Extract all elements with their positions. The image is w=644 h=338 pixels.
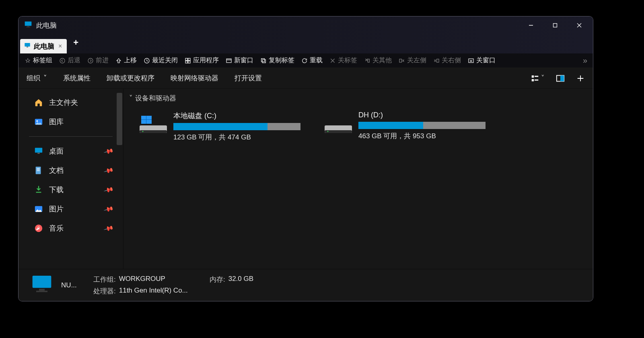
- duplicate-tab-button[interactable]: 复制标签: [257, 55, 297, 66]
- svg-rect-16: [226, 59, 231, 62]
- svg-rect-14: [185, 61, 187, 63]
- close-button[interactable]: [567, 16, 591, 34]
- sidebar-item-documents[interactable]: 文档 📌: [19, 161, 123, 180]
- status-cpu-label: 处理器:: [93, 287, 116, 296]
- open-settings-button[interactable]: 打开设置: [235, 74, 262, 83]
- svg-rect-18: [262, 59, 265, 63]
- close-right-icon: [433, 57, 440, 64]
- gallery-icon: [34, 117, 43, 127]
- sidebar-item-home[interactable]: 主文件夹: [19, 93, 123, 112]
- forward-button[interactable]: 前进: [84, 55, 111, 66]
- view-mode-button[interactable]: ˅: [531, 74, 545, 83]
- drive-item[interactable]: 本地磁盘 (C:) 123 GB 可用，共 474 GB: [137, 109, 306, 143]
- chevron-down-icon: ˅: [43, 74, 47, 82]
- pictures-icon: [34, 204, 43, 214]
- svg-rect-44: [35, 148, 42, 153]
- svg-rect-24: [368, 59, 369, 62]
- downloads-icon: [34, 185, 43, 195]
- svg-rect-37: [535, 79, 538, 80]
- hdd-icon: [139, 111, 168, 134]
- tab-thispc[interactable]: 此电脑 ×: [20, 39, 67, 53]
- status-workgroup-label: 工作组:: [93, 275, 116, 284]
- window-controls: [519, 16, 591, 34]
- bookmark-group-button[interactable]: ☆标签组: [22, 55, 55, 66]
- new-tab-button[interactable]: +: [69, 36, 82, 49]
- chevron-down-icon: ˅: [541, 74, 545, 82]
- close-icon[interactable]: ×: [58, 43, 63, 50]
- svg-rect-19: [261, 58, 265, 61]
- new-window-button[interactable]: 新窗口: [223, 55, 256, 66]
- up-icon: [115, 57, 122, 64]
- close-left-button[interactable]: 关左侧: [396, 55, 429, 66]
- svg-point-61: [142, 131, 143, 132]
- back-icon: [59, 57, 66, 64]
- drive-name: DH (D:): [358, 111, 490, 119]
- window-icon: [225, 57, 232, 64]
- svg-rect-57: [146, 120, 152, 124]
- pin-icon: 📌: [103, 184, 114, 195]
- svg-rect-47: [37, 168, 39, 169]
- tab-bar: 此电脑 × +: [19, 34, 593, 53]
- maximize-button[interactable]: [543, 16, 567, 34]
- close-left-icon: [398, 57, 405, 64]
- toolbar-overflow-button[interactable]: »: [580, 56, 590, 65]
- back-button[interactable]: 后退: [56, 55, 83, 66]
- section-devices-drives[interactable]: ˅ 设备和驱动器: [129, 94, 586, 103]
- svg-rect-4: [553, 24, 557, 27]
- plus-icon: [576, 74, 585, 83]
- up-button[interactable]: 上移: [113, 55, 139, 66]
- status-workgroup-value: WORKGROUP: [119, 275, 165, 284]
- navigation-sidebar: 主文件夹 图库 桌面 📌 文档 📌 下载 📌: [19, 89, 123, 269]
- system-properties-button[interactable]: 系统属性: [63, 74, 91, 83]
- sidebar-item-desktop[interactable]: 桌面 📌: [19, 141, 123, 161]
- reload-button[interactable]: 重载: [298, 55, 325, 66]
- sidebar-scrollbar[interactable]: [117, 93, 122, 145]
- sidebar-item-downloads[interactable]: 下载 📌: [19, 180, 123, 199]
- minimize-button[interactable]: [519, 16, 543, 34]
- svg-rect-67: [39, 289, 45, 291]
- monitor-icon: [24, 42, 31, 51]
- drive-usage-bar: [173, 123, 300, 130]
- close-other-button[interactable]: 关其他: [361, 55, 394, 66]
- sidebar-item-music[interactable]: 音乐 📌: [19, 219, 123, 238]
- status-cpu-value: 11th Gen Intel(R) Co...: [119, 287, 188, 296]
- sidebar-item-pictures[interactable]: 图片 📌: [19, 199, 123, 219]
- svg-rect-1: [27, 26, 29, 27]
- chevron-down-icon: ˅: [129, 94, 133, 102]
- close-window-button[interactable]: 关窗口: [465, 55, 498, 66]
- drives-list: 本地磁盘 (C:) 123 GB 可用，共 474 GB DH (D:) 463…: [137, 109, 586, 143]
- apps-button[interactable]: 应用程序: [182, 55, 221, 66]
- add-button[interactable]: [576, 74, 585, 83]
- monitor-icon: [31, 273, 53, 297]
- svg-rect-36: [535, 76, 538, 77]
- map-drive-button[interactable]: 映射网络驱动器: [171, 74, 218, 83]
- svg-rect-12: [185, 58, 187, 60]
- music-icon: [34, 223, 43, 233]
- close-right-button[interactable]: 关右侧: [430, 55, 463, 66]
- documents-icon: [34, 166, 43, 175]
- drive-item[interactable]: DH (D:) 463 GB 可用，共 953 GB: [322, 109, 491, 143]
- divider: [29, 136, 113, 137]
- drive-status: 123 GB 可用，共 474 GB: [173, 133, 305, 142]
- svg-rect-55: [146, 116, 152, 119]
- preview-pane-button[interactable]: [556, 74, 565, 83]
- list-view-icon: [531, 74, 539, 83]
- home-icon: [34, 98, 43, 107]
- desktop-icon: [34, 146, 43, 156]
- command-bar: 组织˅ 系统属性 卸载或更改程序 映射网络驱动器 打开设置 ˅: [19, 68, 593, 89]
- sidebar-item-gallery[interactable]: 图库: [19, 112, 123, 131]
- svg-rect-25: [399, 59, 401, 62]
- status-computer-name: NU...: [61, 281, 85, 289]
- svg-point-9: [60, 58, 65, 63]
- organize-menu[interactable]: 组织˅: [27, 74, 47, 83]
- pin-icon: 📌: [103, 165, 114, 176]
- uninstall-programs-button[interactable]: 卸载或更改程序: [107, 74, 154, 83]
- svg-rect-13: [188, 58, 190, 60]
- titlebar: 此电脑: [19, 16, 593, 34]
- close-tab-button[interactable]: 关标签: [327, 55, 360, 66]
- recent-closed-button[interactable]: 最近关闭: [141, 55, 180, 66]
- status-bar: NU... 工作组:WORKGROUP 内存:32.0 GB 处理器:11th …: [19, 269, 593, 301]
- x-icon: [329, 57, 336, 64]
- svg-rect-68: [36, 291, 47, 292]
- svg-rect-66: [33, 276, 51, 288]
